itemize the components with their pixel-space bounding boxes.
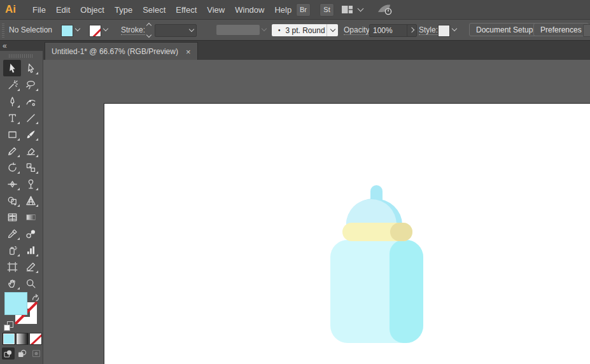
tool-rotate[interactable] xyxy=(3,159,21,176)
tab-title: Untitled-1* @ 66.67% (RGB/Preview) xyxy=(52,47,178,56)
tool-free-transform[interactable] xyxy=(22,176,39,192)
tool-selection[interactable] xyxy=(3,60,21,76)
tool-slice[interactable] xyxy=(22,258,39,275)
brush-chevron-zone[interactable] xyxy=(327,24,338,36)
pen-icon xyxy=(7,96,18,107)
stroke-color-swatch[interactable] xyxy=(89,25,101,37)
draw-behind-button[interactable] xyxy=(16,347,29,360)
stroke-label[interactable]: Stroke: xyxy=(121,25,145,35)
fill-indicator-swatch[interactable] xyxy=(4,292,27,315)
artboard[interactable] xyxy=(104,103,590,364)
direct-selection-icon xyxy=(25,63,36,74)
graphic-style-swatch[interactable] xyxy=(438,25,450,37)
menu-item-object[interactable]: Object xyxy=(75,5,109,15)
stock-button[interactable]: St xyxy=(320,3,334,17)
menu-item-effect[interactable]: Effect xyxy=(171,5,202,15)
eyedropper-icon xyxy=(7,228,18,239)
draw-mode-row xyxy=(2,347,43,360)
tool-direct-selection[interactable] xyxy=(22,60,39,76)
collapse-panel-button[interactable]: « xyxy=(3,41,7,50)
titlebar: Ai FileEditObjectTypeSelectEffectViewWin… xyxy=(0,0,590,20)
stroke-chevron-down-icon[interactable] xyxy=(103,26,108,31)
bridge-button[interactable]: Br xyxy=(296,3,311,17)
bottle-cap-shade-shape[interactable] xyxy=(390,223,412,241)
eraser-icon xyxy=(25,146,36,157)
workspace-switcher-icon[interactable] xyxy=(341,5,353,14)
tool-gradient[interactable] xyxy=(22,209,39,225)
tool-hand[interactable] xyxy=(3,275,21,291)
stroke-width-dropdown[interactable] xyxy=(155,24,197,37)
menu-item-edit[interactable]: Edit xyxy=(51,5,75,15)
titlebar-right-group: Br St xyxy=(294,0,393,19)
menu-item-help[interactable]: Help xyxy=(269,5,297,15)
opacity-chevron-right-icon xyxy=(409,27,414,32)
tool-grid xyxy=(3,60,39,291)
document-setup-button[interactable]: Document Setup xyxy=(469,23,540,36)
blend-icon xyxy=(25,228,36,239)
zoom-icon xyxy=(25,278,36,289)
tool-pen[interactable] xyxy=(3,93,21,109)
tool-width[interactable] xyxy=(3,176,21,192)
tool-magic-wand[interactable] xyxy=(3,76,21,93)
tool-eyedropper[interactable] xyxy=(3,225,21,242)
pasteboard[interactable] xyxy=(43,60,590,364)
draw-normal-button[interactable] xyxy=(2,347,15,360)
tool-perspective-grid[interactable] xyxy=(22,192,39,209)
tool-curvature[interactable] xyxy=(22,93,39,109)
tool-artboard[interactable] xyxy=(3,258,21,275)
tool-shape-builder[interactable] xyxy=(3,192,21,209)
opacity-input[interactable]: 100% xyxy=(369,24,409,37)
draw-inside-button[interactable] xyxy=(30,347,43,360)
menu-item-type[interactable]: Type xyxy=(109,5,137,15)
document-tab[interactable]: Untitled-1* @ 66.67% (RGB/Preview) × xyxy=(45,42,198,60)
stroke-width-stepper[interactable] xyxy=(145,24,153,38)
opacity-popup-button[interactable] xyxy=(407,24,417,37)
fill-stroke-indicator xyxy=(0,291,43,332)
controlbar-grip-handle[interactable] xyxy=(2,22,4,38)
tool-pencil[interactable] xyxy=(3,143,21,159)
perspective-grid-icon xyxy=(25,195,36,206)
tool-eraser[interactable] xyxy=(22,143,39,159)
menu-item-file[interactable]: File xyxy=(27,5,51,15)
scale-icon xyxy=(25,162,36,173)
tool-symbol-sprayer[interactable] xyxy=(3,242,21,258)
mesh-icon xyxy=(7,212,18,223)
align-panel-icon[interactable] xyxy=(583,24,590,37)
tool-blend[interactable] xyxy=(22,225,39,242)
tool-line-segment[interactable] xyxy=(22,109,39,126)
gradient-mode-button[interactable] xyxy=(17,333,28,344)
fill-color-swatch[interactable] xyxy=(61,25,73,37)
variable-width-profile-dropdown[interactable] xyxy=(216,25,260,35)
stepper-up-icon[interactable] xyxy=(146,23,151,28)
none-mode-button[interactable] xyxy=(30,333,41,344)
opacity-label[interactable]: Opacity: xyxy=(344,25,372,35)
style-label[interactable]: Style: xyxy=(419,25,438,35)
selection-status: No Selection xyxy=(9,25,52,34)
color-mode-button[interactable] xyxy=(3,333,15,344)
brush-definition-dropdown[interactable]: • 3 pt. Round xyxy=(272,24,338,36)
stepper-down-icon[interactable] xyxy=(146,32,151,38)
tool-paintbrush[interactable] xyxy=(22,126,39,143)
tool-rectangle[interactable] xyxy=(3,126,21,143)
menu-item-select[interactable]: Select xyxy=(137,5,171,15)
gpu-performance-icon[interactable] xyxy=(377,3,393,16)
style-chevron-down-icon[interactable] xyxy=(452,26,457,31)
tool-zoom[interactable] xyxy=(22,275,39,291)
tab-close-icon[interactable]: × xyxy=(186,47,191,57)
fill-chevron-down-icon[interactable] xyxy=(75,26,80,31)
bottle-body-shade-shape[interactable] xyxy=(390,240,423,343)
tool-lasso[interactable] xyxy=(22,76,39,93)
tool-mesh[interactable] xyxy=(3,209,21,225)
tool-type[interactable] xyxy=(3,109,21,126)
stroke-width-chevron-icon[interactable] xyxy=(189,27,194,32)
panel-grip-handle[interactable] xyxy=(9,54,33,58)
default-fill-mini xyxy=(4,325,10,331)
preferences-button[interactable]: Preferences xyxy=(533,23,589,36)
swap-fill-stroke-icon[interactable] xyxy=(31,293,40,304)
workspace-chevron-down-icon[interactable] xyxy=(358,6,364,12)
tool-column-graph[interactable] xyxy=(22,242,39,258)
menu-item-window[interactable]: Window xyxy=(230,5,269,15)
default-fill-stroke-icon[interactable] xyxy=(4,321,13,331)
tool-scale[interactable] xyxy=(22,159,39,176)
menu-item-view[interactable]: View xyxy=(202,5,230,15)
